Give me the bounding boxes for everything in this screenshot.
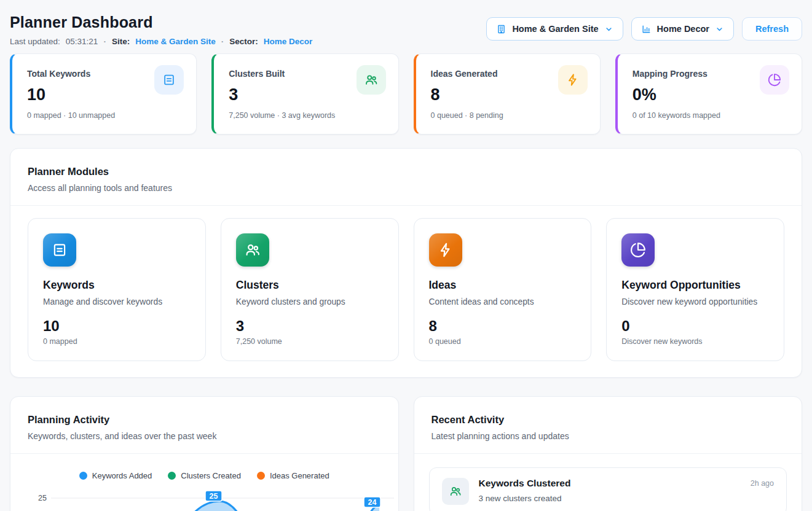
svg-text:24: 24 xyxy=(368,498,377,507)
stat-sub: 0 queued · 8 pending xyxy=(431,111,586,120)
divider xyxy=(10,453,398,454)
legend-item-keywords-added[interactable]: Keywords Added xyxy=(79,471,152,480)
legend-item-ideas-generated[interactable]: Ideas Generated xyxy=(257,471,329,480)
panel-subtitle: Keywords, clusters, and ideas over the p… xyxy=(28,431,381,441)
data-label-24: 24 xyxy=(364,497,380,507)
module-value: 8 xyxy=(429,318,577,335)
site-label: Site: xyxy=(112,37,130,46)
users-icon xyxy=(236,233,269,267)
chart-legend: Keywords Added Clusters Created Ideas Ge… xyxy=(10,471,398,480)
chevron-down-icon xyxy=(715,25,724,34)
module-sub: 0 queued xyxy=(429,337,577,346)
planner-dashboard-page: Planner Dashboard Last updated: 05:31:21… xyxy=(0,0,812,511)
sector-selector-label: Home Decor xyxy=(657,24,709,34)
module-value: 3 xyxy=(236,318,384,335)
panel-title: Planning Activity xyxy=(28,414,381,426)
legend-item-clusters-created[interactable]: Clusters Created xyxy=(168,471,241,480)
legend-label: Keywords Added xyxy=(92,471,152,480)
activity-body: Keywords Clustered 3 new clusters create… xyxy=(479,478,741,503)
modules-grid: Keywords Manage and discover keywords 10… xyxy=(10,206,802,377)
pie-chart-icon xyxy=(621,233,655,267)
module-card-ideas[interactable]: Ideas Content ideas and concepts 8 0 que… xyxy=(414,218,592,361)
users-icon xyxy=(442,478,469,505)
legend-dot xyxy=(257,472,265,480)
meta-separator: · xyxy=(221,37,224,46)
panel-title: Planner Modules xyxy=(28,166,784,177)
sector-label: Sector: xyxy=(229,37,258,46)
header-left: Planner Dashboard Last updated: 05:31:21… xyxy=(10,14,312,46)
legend-dot xyxy=(168,472,176,480)
planning-activity-panel: Planning Activity Keywords, clusters, an… xyxy=(10,396,399,511)
last-updated-label: Last updated: xyxy=(10,37,60,46)
legend-dot xyxy=(79,472,87,480)
bottom-row: Planning Activity Keywords, clusters, an… xyxy=(10,396,802,511)
site-selector-label: Home & Garden Site xyxy=(512,24,598,34)
panel-title: Recent Activity xyxy=(432,414,785,426)
module-title: Ideas xyxy=(429,279,577,292)
site-selector-dropdown[interactable]: Home & Garden Site xyxy=(486,17,623,41)
module-value: 10 xyxy=(43,318,191,335)
building-icon xyxy=(496,24,507,34)
stat-card-ideas-generated: Ideas Generated 8 0 queued · 8 pending xyxy=(414,53,601,135)
legend-label: Ideas Generated xyxy=(270,471,329,480)
refresh-button[interactable]: Refresh xyxy=(742,17,802,41)
module-title: Keyword Opportunities xyxy=(621,279,769,292)
module-card-keywords[interactable]: Keywords Manage and discover keywords 10… xyxy=(28,218,206,361)
chevron-down-icon xyxy=(604,25,613,34)
panel-subtitle: Latest planning actions and updates xyxy=(432,431,785,441)
site-link[interactable]: Home & Garden Site xyxy=(135,37,216,46)
panel-head: Recent Activity Latest planning actions … xyxy=(414,397,802,453)
toolbar: Home & Garden Site Home Decor Refresh xyxy=(486,14,802,41)
stat-sub: 7,250 volume · 3 avg keywords xyxy=(229,111,384,120)
module-description: Keyword clusters and groups xyxy=(236,297,384,306)
last-updated-value: 05:31:21 xyxy=(66,37,98,46)
module-description: Manage and discover keywords xyxy=(43,297,191,306)
page-title: Planner Dashboard xyxy=(10,14,312,31)
activity-description: 3 new clusters created xyxy=(479,494,741,503)
zap-icon xyxy=(558,65,588,95)
module-sub: 7,250 volume xyxy=(236,337,384,346)
y-axis-tick-25: 25 xyxy=(38,494,47,502)
legend-label: Clusters Created xyxy=(181,471,241,480)
module-card-clusters[interactable]: Clusters Keyword clusters and groups 3 7… xyxy=(221,218,399,361)
panel-head: Planner Modules Access all planning tool… xyxy=(10,149,802,205)
pie-chart-icon xyxy=(760,65,789,95)
stat-card-clusters-built: Clusters Built 3 7,250 volume · 3 avg ke… xyxy=(211,53,398,135)
users-icon xyxy=(357,65,386,95)
panel-head: Planning Activity Keywords, clusters, an… xyxy=(10,397,398,453)
document-icon xyxy=(154,65,184,95)
stat-card-mapping-progress: Mapping Progress 0% 0 of 10 keywords map… xyxy=(615,53,802,135)
stat-card-total-keywords: Total Keywords 10 0 mapped · 10 unmapped xyxy=(10,53,197,135)
data-label-25: 25 xyxy=(205,491,222,501)
area-chart-svg: 25 25 24 xyxy=(10,489,399,511)
bar-chart-icon xyxy=(641,24,652,34)
keywords-area-fill xyxy=(158,501,271,511)
stats-row: Total Keywords 10 0 mapped · 10 unmapped… xyxy=(10,53,802,135)
panel-subtitle: Access all planning tools and features xyxy=(28,183,784,193)
recent-activity-panel: Recent Activity Latest planning actions … xyxy=(414,396,803,511)
activity-title: Keywords Clustered xyxy=(479,478,741,489)
stat-sub: 0 of 10 keywords mapped xyxy=(633,111,788,120)
module-description: Content ideas and concepts xyxy=(429,297,577,306)
stat-sub: 0 mapped · 10 unmapped xyxy=(27,111,183,120)
module-value: 0 xyxy=(621,318,769,335)
module-description: Discover new keyword opportunities xyxy=(621,297,769,306)
page-meta: Last updated: 05:31:21 · Site: Home & Ga… xyxy=(10,37,312,46)
page-header: Planner Dashboard Last updated: 05:31:21… xyxy=(10,0,802,46)
module-sub: 0 mapped xyxy=(43,337,191,346)
planner-modules-panel: Planner Modules Access all planning tool… xyxy=(10,148,802,378)
activity-item-keywords-clustered[interactable]: Keywords Clustered 3 new clusters create… xyxy=(429,467,787,511)
sector-link[interactable]: Home Decor xyxy=(264,37,313,46)
activity-list: Keywords Clustered 3 new clusters create… xyxy=(414,454,802,511)
module-card-keyword-opportunities[interactable]: Keyword Opportunities Discover new keywo… xyxy=(606,218,784,361)
module-title: Clusters xyxy=(236,279,384,292)
document-icon xyxy=(43,233,76,267)
meta-separator: · xyxy=(103,37,106,46)
svg-text:25: 25 xyxy=(210,492,218,501)
module-sub: Discover new keywords xyxy=(621,337,769,346)
sector-selector-dropdown[interactable]: Home Decor xyxy=(631,17,734,41)
planning-activity-chart: 25 25 24 xyxy=(10,489,398,511)
module-title: Keywords xyxy=(43,279,191,292)
zap-icon xyxy=(429,233,462,267)
activity-timestamp: 2h ago xyxy=(751,478,774,488)
